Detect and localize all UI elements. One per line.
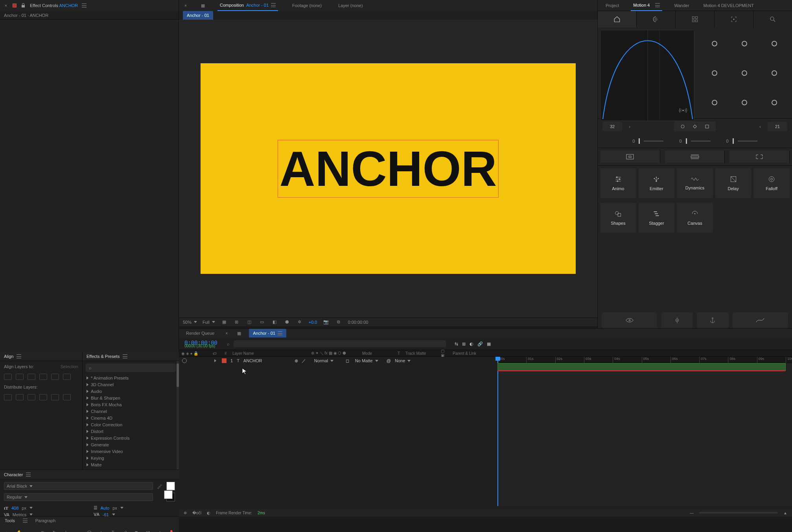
tl-icon-5[interactable]: ▦ bbox=[487, 341, 491, 347]
module-canvas[interactable]: Canvas bbox=[677, 203, 713, 233]
tl-icon-1[interactable]: ⇆ bbox=[455, 341, 458, 347]
panel-menu-icon[interactable] bbox=[26, 473, 31, 477]
clone-tool[interactable]: ⧉ bbox=[133, 529, 140, 532]
align-right[interactable] bbox=[28, 374, 35, 380]
anchor-mr[interactable] bbox=[772, 70, 777, 76]
layer-mode[interactable]: Normal bbox=[314, 358, 342, 363]
anchor-mc[interactable] bbox=[742, 70, 747, 76]
panel-menu-icon[interactable] bbox=[655, 3, 660, 7]
orbit-tool[interactable]: ⟳ bbox=[39, 529, 46, 532]
resolution-dropdown[interactable]: Full bbox=[203, 320, 215, 325]
align-bottom[interactable] bbox=[63, 374, 71, 380]
region-icon[interactable]: ▭ bbox=[258, 319, 265, 326]
broadcast-icon[interactable] bbox=[678, 106, 688, 115]
preset-item[interactable]: Boris FX Mocha bbox=[83, 401, 179, 408]
layout-stack[interactable] bbox=[665, 150, 725, 163]
time-ruler[interactable]: 00s01s02s03s04s05s06s07s08s09s10s bbox=[497, 357, 792, 363]
eraser-tool[interactable]: ◪ bbox=[145, 529, 152, 532]
module-animo[interactable]: Animo bbox=[600, 168, 636, 198]
zoom-tool[interactable]: ⌕ bbox=[28, 529, 35, 532]
roto-tool[interactable]: ✧ bbox=[156, 529, 163, 532]
easing-curve[interactable] bbox=[600, 30, 694, 121]
tl-foot-icon-1[interactable]: ✲ bbox=[184, 511, 187, 515]
action-eye[interactable] bbox=[602, 312, 657, 328]
action-graph[interactable] bbox=[733, 312, 788, 328]
preset-item[interactable]: Matte bbox=[83, 461, 179, 468]
tab-motion4dev[interactable]: Motion 4 DEVELOPMENT bbox=[701, 0, 756, 11]
step-left-icon[interactable]: ‹ bbox=[757, 122, 763, 131]
module-delay[interactable]: Delay bbox=[715, 168, 751, 198]
anchor-bl[interactable] bbox=[712, 100, 717, 105]
fill-swatch[interactable] bbox=[166, 482, 175, 490]
slider-2[interactable]: 0 bbox=[679, 138, 710, 144]
timeline-search[interactable] bbox=[234, 340, 446, 347]
module-falloff[interactable]: Falloff bbox=[753, 168, 790, 198]
type-tool[interactable]: T bbox=[109, 529, 116, 532]
font-style-dropdown[interactable]: Regular bbox=[4, 493, 153, 501]
timeline-layer-list[interactable]: 1 T ANCHOR ⊕ ／ Normal ◻ No Matte @ None bbox=[179, 357, 497, 506]
playhead[interactable] bbox=[497, 357, 498, 506]
expand-icon[interactable] bbox=[214, 358, 218, 363]
grid-icon[interactable]: ▦ bbox=[221, 319, 228, 326]
nav-home[interactable] bbox=[598, 11, 637, 28]
preset-item[interactable]: Distort bbox=[83, 428, 179, 435]
nav-search[interactable] bbox=[753, 11, 792, 28]
tab-motion4[interactable]: Motion 4 bbox=[631, 0, 662, 11]
zoom-in-icon[interactable]: ▲ bbox=[783, 511, 787, 515]
layout-expand[interactable] bbox=[729, 150, 790, 163]
visibility-icon[interactable] bbox=[182, 358, 187, 363]
brush-tool[interactable]: 🖌 bbox=[121, 529, 128, 532]
anchor-bc[interactable] bbox=[742, 100, 747, 105]
align-to-value[interactable]: Selection bbox=[61, 364, 78, 369]
guides-icon[interactable]: ⊞ bbox=[233, 319, 240, 326]
pickwhip-icon[interactable]: @ bbox=[387, 358, 391, 363]
selection-tool[interactable]: ▸ bbox=[4, 529, 11, 532]
align-hcenter[interactable] bbox=[16, 374, 24, 380]
viewer-stage[interactable]: ANCHOR bbox=[179, 20, 597, 317]
close-icon[interactable]: × bbox=[224, 330, 229, 336]
panel-menu-icon[interactable] bbox=[278, 331, 282, 335]
hand-tool[interactable]: ✋ bbox=[16, 529, 23, 532]
timeline-track-area[interactable]: 00s01s02s03s04s05s06s07s08s09s10s bbox=[497, 357, 792, 506]
action-target[interactable] bbox=[661, 312, 693, 328]
module-stagger[interactable]: Stagger bbox=[639, 203, 675, 233]
preset-item[interactable]: Generate bbox=[83, 441, 179, 448]
layer-name[interactable]: ANCHOR bbox=[243, 358, 291, 363]
value-right[interactable]: 21 bbox=[768, 122, 787, 131]
nav-grid[interactable] bbox=[676, 11, 715, 28]
step-right-icon[interactable]: › bbox=[627, 122, 632, 131]
preset-item[interactable]: Audio bbox=[83, 388, 179, 394]
module-shapes[interactable]: Shapes bbox=[600, 203, 636, 233]
pen-tool[interactable]: ✒ bbox=[98, 529, 105, 532]
preset-item[interactable]: * Animation Presets bbox=[83, 374, 179, 381]
tab-render-queue[interactable]: Render Queue bbox=[184, 328, 217, 339]
exposure-value[interactable]: +0.0 bbox=[309, 320, 317, 325]
panel-menu-icon[interactable] bbox=[271, 3, 276, 7]
anchor-tr[interactable] bbox=[772, 41, 777, 46]
3d-icon[interactable]: ⬢ bbox=[284, 319, 291, 326]
mask-icon[interactable]: ◫ bbox=[246, 319, 253, 326]
rotate-tool[interactable]: ↻ bbox=[51, 529, 58, 532]
layer-row[interactable]: 1 T ANCHOR ⊕ ／ Normal ◻ No Matte @ None bbox=[179, 357, 497, 365]
tab-footage[interactable]: Footage (none) bbox=[290, 0, 324, 11]
rect-tool[interactable]: ▭ bbox=[74, 529, 81, 532]
layout-single[interactable] bbox=[600, 150, 660, 163]
close-icon[interactable]: × bbox=[183, 3, 188, 8]
snapshot-icon[interactable]: 📷 bbox=[322, 319, 330, 326]
nav-color[interactable] bbox=[637, 11, 676, 28]
tools-tab[interactable]: Tools bbox=[2, 515, 17, 526]
tab-composition[interactable]: Composition Anchor - 01 bbox=[217, 0, 278, 11]
anchor-tc[interactable] bbox=[742, 41, 747, 46]
dist-3[interactable] bbox=[28, 394, 35, 400]
tab-wander[interactable]: Wander bbox=[672, 0, 691, 11]
anchor-br[interactable] bbox=[772, 100, 777, 105]
zoom-dropdown[interactable]: 50% bbox=[183, 320, 197, 325]
preset-item[interactable]: Keying bbox=[83, 455, 179, 461]
timeline-comp-tab[interactable]: Anchor - 01 bbox=[249, 329, 286, 338]
dist-6[interactable] bbox=[63, 394, 71, 400]
preset-item[interactable]: 3D Channel bbox=[83, 381, 179, 388]
preset-item[interactable]: Cinema 4D bbox=[83, 415, 179, 421]
tab-project[interactable]: Project bbox=[603, 0, 621, 11]
layer-parent[interactable]: None bbox=[395, 358, 422, 363]
show-snapshot-icon[interactable]: ⧉ bbox=[335, 319, 342, 326]
